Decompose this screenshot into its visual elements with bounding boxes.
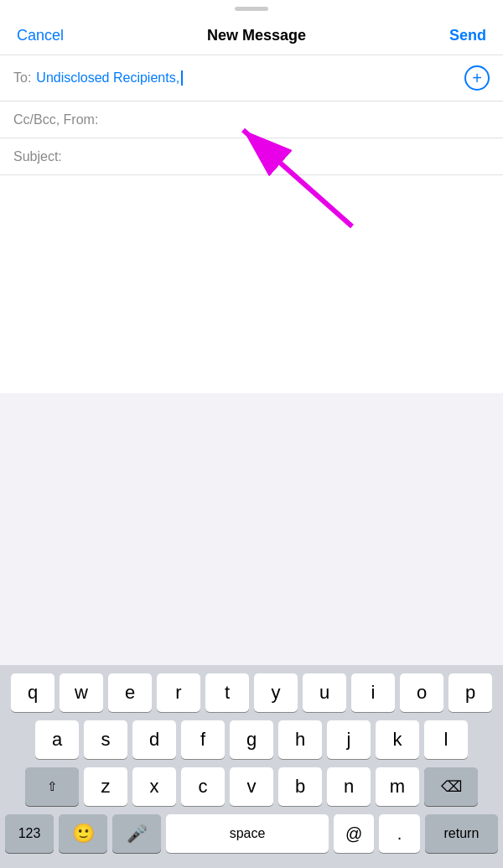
key-x[interactable]: x (132, 767, 176, 806)
key-w[interactable]: w (60, 673, 103, 712)
to-row[interactable]: To: Undisclosed Recipients, + (0, 55, 503, 101)
header: Cancel New Message Send (0, 17, 503, 55)
key-k[interactable]: k (376, 720, 419, 759)
key-t[interactable]: t (205, 673, 249, 712)
num-key[interactable]: 123 (5, 814, 54, 853)
key-u[interactable]: u (303, 673, 346, 712)
key-n[interactable]: n (327, 767, 371, 806)
form-section: To: Undisclosed Recipients, + Cc/Bcc, Fr… (0, 55, 503, 175)
status-bar (0, 0, 503, 17)
key-p[interactable]: p (449, 673, 492, 712)
key-c[interactable]: c (181, 767, 225, 806)
to-recipients-text: Undisclosed Recipients, (36, 70, 179, 86)
text-cursor (181, 70, 183, 86)
keyboard-row-2: a s d f g h j k l (5, 720, 498, 759)
key-b[interactable]: b (278, 767, 322, 806)
space-key[interactable]: space (166, 814, 329, 853)
key-z[interactable]: z (84, 767, 127, 806)
keyboard-row-3: ⇧ z x c v b n m ⌫ (5, 767, 498, 806)
send-button[interactable]: Send (449, 27, 486, 44)
key-s[interactable]: s (84, 720, 127, 759)
key-v[interactable]: v (230, 767, 273, 806)
at-key[interactable]: @ (334, 814, 374, 853)
emoji-key[interactable]: 🙂 (59, 814, 107, 853)
shift-key[interactable]: ⇧ (25, 767, 79, 806)
to-label: To: (13, 70, 31, 86)
cc-bcc-label: Cc/Bcc, From: (13, 112, 98, 127)
key-y[interactable]: y (254, 673, 298, 712)
key-f[interactable]: f (181, 720, 225, 759)
key-i[interactable]: i (351, 673, 395, 712)
key-o[interactable]: o (400, 673, 443, 712)
key-a[interactable]: a (35, 720, 79, 759)
key-d[interactable]: d (132, 720, 176, 759)
status-bar-handle (235, 7, 268, 11)
key-g[interactable]: g (230, 720, 273, 759)
to-value: Undisclosed Recipients, (36, 70, 464, 86)
key-m[interactable]: m (376, 767, 419, 806)
cancel-button[interactable]: Cancel (17, 27, 64, 44)
cc-bcc-row[interactable]: Cc/Bcc, From: (0, 101, 503, 138)
subject-row[interactable]: Subject: (0, 138, 503, 175)
key-q[interactable]: q (11, 673, 54, 712)
period-key[interactable]: . (379, 814, 419, 853)
key-h[interactable]: h (278, 720, 322, 759)
keyboard: q w e r t y u i o p a s d f g h j k l ⇧ … (0, 665, 503, 868)
subject-label: Subject: (13, 149, 62, 164)
message-body[interactable] (0, 175, 503, 393)
key-e[interactable]: e (108, 673, 152, 712)
key-r[interactable]: r (157, 673, 200, 712)
keyboard-row-4: 123 🙂 🎤 space @ . return (5, 814, 498, 853)
add-recipients-button[interactable]: + (464, 65, 490, 91)
mic-key[interactable]: 🎤 (112, 814, 161, 853)
backspace-key[interactable]: ⌫ (424, 767, 478, 806)
page-title: New Message (207, 27, 306, 44)
key-j[interactable]: j (327, 720, 371, 759)
key-l[interactable]: l (424, 720, 468, 759)
return-key[interactable]: return (425, 814, 498, 853)
keyboard-row-1: q w e r t y u i o p (5, 673, 498, 712)
